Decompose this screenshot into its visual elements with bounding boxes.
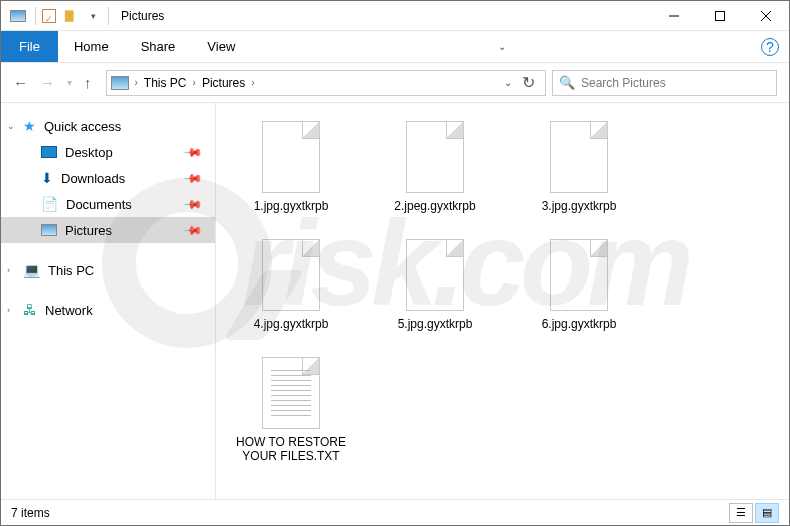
sidebar-item-label: This PC xyxy=(48,263,94,278)
file-name: 3.jpg.gyxtkrpb xyxy=(542,199,617,213)
details-view-button[interactable]: ☰ xyxy=(729,503,753,523)
properties-icon[interactable]: ✓ xyxy=(42,9,56,23)
tab-share[interactable]: Share xyxy=(125,31,192,62)
pc-icon: 💻 xyxy=(23,262,40,278)
titlebar: ✓ ▇ ▾ Pictures xyxy=(1,1,789,31)
nav-arrows: ← → ▾ ↑ xyxy=(13,74,92,91)
ribbon-expand-icon[interactable]: ⌄ xyxy=(498,31,506,62)
sidebar-item-this-pc[interactable]: › 💻 This PC xyxy=(1,257,215,283)
chevron-down-icon[interactable]: ⌄ xyxy=(7,121,15,131)
qat-dropdown-icon[interactable]: ▾ xyxy=(82,5,104,27)
pictures-icon xyxy=(41,224,57,236)
sidebar-item-documents[interactable]: 📄 Documents 📌 xyxy=(1,191,215,217)
sidebar-item-label: Network xyxy=(45,303,93,318)
explorer-window: ✓ ▇ ▾ Pictures File Home Share View ⌄ ? xyxy=(0,0,790,526)
sidebar-item-downloads[interactable]: ⬇ Downloads 📌 xyxy=(1,165,215,191)
pin-icon: 📌 xyxy=(183,220,204,241)
file-tab[interactable]: File xyxy=(1,31,58,62)
file-name: 5.jpg.gyxtkrpb xyxy=(398,317,473,331)
file-icon xyxy=(406,121,464,193)
file-name: HOW TO RESTORE YOUR FILES.TXT xyxy=(236,435,346,463)
document-icon: 📄 xyxy=(41,196,58,212)
breadcrumb[interactable]: › This PC › Pictures › ⌄ ↻ xyxy=(106,70,547,96)
file-item[interactable]: 2.jpeg.gyxtkrpb xyxy=(380,121,490,213)
file-item[interactable]: HOW TO RESTORE YOUR FILES.TXT xyxy=(236,357,346,463)
ribbon: File Home Share View ⌄ ? xyxy=(1,31,789,63)
sidebar: ⌄ ★ Quick access Desktop 📌 ⬇ Downloads 📌… xyxy=(1,103,216,499)
new-folder-icon[interactable]: ▇ xyxy=(58,5,80,27)
file-item[interactable]: 5.jpg.gyxtkrpb xyxy=(380,239,490,331)
separator xyxy=(108,7,109,25)
file-item[interactable]: 6.jpg.gyxtkrpb xyxy=(524,239,634,331)
forward-button[interactable]: → xyxy=(40,74,55,91)
chevron-right-icon[interactable]: › xyxy=(249,77,256,88)
file-name: 6.jpg.gyxtkrpb xyxy=(542,317,617,331)
close-button[interactable] xyxy=(743,1,789,31)
recent-dropdown-icon[interactable]: ▾ xyxy=(67,77,72,88)
chevron-right-icon[interactable]: › xyxy=(191,77,198,88)
network-icon: 🖧 xyxy=(23,302,37,318)
search-icon: 🔍 xyxy=(559,75,575,90)
pin-icon: 📌 xyxy=(183,168,204,189)
sidebar-item-label: Documents xyxy=(66,197,132,212)
pin-icon: 📌 xyxy=(183,142,204,163)
chevron-right-icon[interactable]: › xyxy=(7,265,10,275)
body: ⌄ ★ Quick access Desktop 📌 ⬇ Downloads 📌… xyxy=(1,103,789,499)
star-icon: ★ xyxy=(23,118,36,134)
chevron-right-icon[interactable]: › xyxy=(7,305,10,315)
help-icon[interactable]: ? xyxy=(761,38,779,56)
refresh-icon[interactable]: ↻ xyxy=(522,73,535,92)
file-item[interactable]: 3.jpg.gyxtkrpb xyxy=(524,121,634,213)
sidebar-item-label: Desktop xyxy=(65,145,113,160)
app-icon[interactable] xyxy=(7,5,29,27)
sidebar-item-label: Quick access xyxy=(44,119,121,134)
file-item[interactable]: 4.jpg.gyxtkrpb xyxy=(236,239,346,331)
file-icon xyxy=(262,121,320,193)
this-pc-group: › 💻 This PC xyxy=(1,257,215,283)
file-item[interactable]: 1.jpg.gyxtkrpb xyxy=(236,121,346,213)
file-icon xyxy=(550,121,608,193)
svg-rect-1 xyxy=(716,11,725,20)
file-name: 1.jpg.gyxtkrpb xyxy=(254,199,329,213)
search-placeholder: Search Pictures xyxy=(581,76,666,90)
desktop-icon xyxy=(41,146,57,158)
navbar: ← → ▾ ↑ › This PC › Pictures › ⌄ ↻ 🔍 Sea… xyxy=(1,63,789,103)
statusbar: 7 items ☰ ▤ xyxy=(1,499,789,525)
crumb-pictures[interactable]: Pictures xyxy=(198,76,249,90)
sidebar-item-desktop[interactable]: Desktop 📌 xyxy=(1,139,215,165)
back-button[interactable]: ← xyxy=(13,74,28,91)
network-group: › 🖧 Network xyxy=(1,297,215,323)
separator xyxy=(35,7,36,25)
item-count: 7 items xyxy=(11,506,50,520)
pin-icon: 📌 xyxy=(183,194,204,215)
minimize-button[interactable] xyxy=(651,1,697,31)
sidebar-item-pictures[interactable]: Pictures 📌 xyxy=(1,217,215,243)
file-name: 4.jpg.gyxtkrpb xyxy=(254,317,329,331)
window-title: Pictures xyxy=(121,9,164,23)
address-dropdown-icon[interactable]: ⌄ xyxy=(504,77,512,88)
quick-access-group: ⌄ ★ Quick access Desktop 📌 ⬇ Downloads 📌… xyxy=(1,113,215,243)
files-pane[interactable]: 1.jpg.gyxtkrpb 2.jpeg.gyxtkrpb 3.jpg.gyx… xyxy=(216,103,789,499)
crumb-this-pc[interactable]: This PC xyxy=(140,76,191,90)
file-icon xyxy=(550,239,608,311)
maximize-button[interactable] xyxy=(697,1,743,31)
download-icon: ⬇ xyxy=(41,170,53,186)
tab-home[interactable]: Home xyxy=(58,31,125,62)
up-button[interactable]: ↑ xyxy=(84,74,92,91)
chevron-right-icon[interactable]: › xyxy=(133,77,140,88)
text-file-icon xyxy=(262,357,320,429)
view-switcher: ☰ ▤ xyxy=(729,503,779,523)
sidebar-item-network[interactable]: › 🖧 Network xyxy=(1,297,215,323)
sidebar-item-label: Pictures xyxy=(65,223,112,238)
location-icon xyxy=(111,76,129,90)
sidebar-item-label: Downloads xyxy=(61,171,125,186)
search-input[interactable]: 🔍 Search Pictures xyxy=(552,70,777,96)
file-icon xyxy=(262,239,320,311)
file-name: 2.jpeg.gyxtkrpb xyxy=(394,199,475,213)
window-controls xyxy=(651,1,789,31)
sidebar-item-quick-access[interactable]: ⌄ ★ Quick access xyxy=(1,113,215,139)
icons-view-button[interactable]: ▤ xyxy=(755,503,779,523)
quick-access-toolbar: ✓ ▇ ▾ xyxy=(1,5,104,27)
file-icon xyxy=(406,239,464,311)
tab-view[interactable]: View xyxy=(191,31,251,62)
